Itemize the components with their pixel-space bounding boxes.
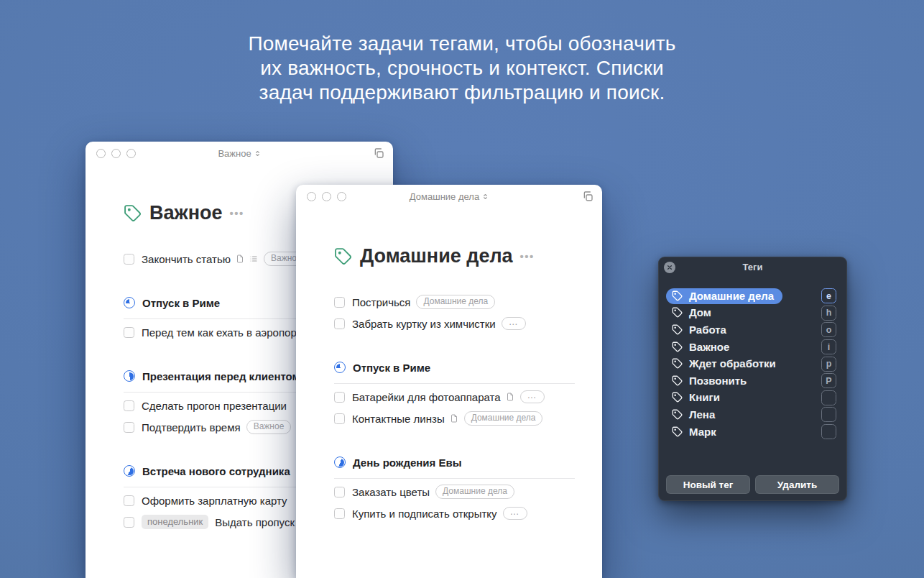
- task-row[interactable]: Купить и подписать открытку …: [334, 503, 575, 524]
- checkbox[interactable]: [124, 517, 134, 528]
- project-title: Презентация перед клиентом: [142, 370, 300, 382]
- tag-chip[interactable]: Лена: [666, 407, 724, 423]
- more-tags-pill[interactable]: …: [503, 507, 527, 520]
- tag-list-item[interactable]: Марк: [672, 423, 836, 441]
- tag-list-item[interactable]: Домашние дела e: [672, 288, 836, 305]
- traffic-light-buttons[interactable]: [96, 149, 136, 158]
- tag-chip[interactable]: Работа: [666, 322, 735, 338]
- tag-list-item[interactable]: Книги: [672, 390, 836, 407]
- tag-label: Важное: [689, 341, 729, 353]
- tag-label: Работа: [689, 324, 726, 336]
- list-menu-button[interactable]: •••: [520, 250, 535, 262]
- task-title: Контактные линзы: [352, 413, 445, 425]
- tags-panel-buttons: Новый тег Удалить: [666, 475, 839, 494]
- project-header[interactable]: Отпуск в Риме: [334, 358, 575, 384]
- titlebar[interactable]: Домашние дела: [296, 185, 602, 208]
- checkbox[interactable]: [124, 495, 134, 506]
- new-tag-button[interactable]: Новый тег: [666, 475, 750, 494]
- checkbox[interactable]: [334, 413, 345, 424]
- tag-pill[interactable]: Домашние дела: [435, 485, 514, 499]
- task-row[interactable]: Забрать куртку из химчистки …: [334, 313, 575, 334]
- tag-chip-selected[interactable]: Домашние дела: [666, 288, 782, 304]
- project-title: Отпуск в Риме: [353, 362, 430, 374]
- tag-chip[interactable]: Важное: [666, 339, 738, 355]
- close-window-button[interactable]: [307, 192, 316, 201]
- delete-tag-button[interactable]: Удалить: [755, 475, 839, 494]
- checkbox[interactable]: [334, 392, 345, 403]
- tag-shortcut-key: e: [821, 288, 836, 303]
- window-title-menu[interactable]: Домашние дела: [410, 191, 489, 202]
- tag-pill[interactable]: Важное: [246, 420, 292, 434]
- task-title: Закончить статью: [142, 253, 231, 265]
- tag-icon: [672, 426, 683, 437]
- tag-label: Домашние дела: [689, 290, 774, 302]
- list-heading: Домашние дела •••: [334, 242, 575, 270]
- tag-shortcut-key: [821, 424, 836, 439]
- tag-chip[interactable]: Ждет обработки: [666, 356, 785, 372]
- progress-pie-icon: [124, 370, 135, 382]
- checklist-icon: [249, 254, 258, 263]
- task-title: Выдать пропуск: [215, 516, 295, 528]
- tag-icon: [672, 392, 683, 403]
- copy-icon[interactable]: [373, 147, 384, 159]
- progress-pie-icon: [334, 457, 346, 468]
- tag-chip[interactable]: Позвонить: [666, 373, 755, 389]
- tag-list-item[interactable]: Дом h: [672, 305, 836, 322]
- checkbox[interactable]: [124, 422, 134, 433]
- tag-label: Лена: [689, 408, 715, 421]
- checkbox[interactable]: [334, 318, 345, 329]
- zoom-window-button[interactable]: [126, 149, 136, 158]
- minimize-window-button[interactable]: [111, 149, 121, 158]
- tag-icon: [124, 204, 142, 222]
- tag-label: Позвонить: [689, 375, 747, 387]
- progress-pie-icon: [334, 362, 346, 373]
- window-title-menu[interactable]: Важное: [218, 148, 260, 159]
- tag-pill[interactable]: Домашние дела: [416, 295, 495, 309]
- tag-shortcut-key: i: [821, 339, 836, 354]
- tag-chip[interactable]: Книги: [666, 390, 729, 405]
- checkbox[interactable]: [124, 400, 134, 411]
- tags-panel-header: Теги: [659, 257, 846, 277]
- tag-label: Ждет обработки: [689, 357, 776, 370]
- tag-list-item[interactable]: Важное i: [672, 339, 836, 356]
- checkbox[interactable]: [334, 297, 345, 308]
- close-panel-button[interactable]: [664, 262, 675, 273]
- more-tags-pill[interactable]: …: [502, 317, 526, 330]
- task-title: Сделать прогон презентации: [142, 400, 287, 412]
- minimize-window-button[interactable]: [322, 192, 331, 201]
- window-title: Домашние дела: [410, 191, 479, 202]
- hero-text: Помечайте задачи тегами, чтобы обозначит…: [0, 32, 924, 105]
- tag-pill[interactable]: Домашние дела: [464, 411, 543, 426]
- hero-line-3: задач поддерживают фильтрацию и поиск.: [0, 81, 924, 105]
- copy-icon[interactable]: [582, 191, 593, 202]
- note-icon: [506, 393, 514, 401]
- tag-list-item[interactable]: Позвонить P: [672, 372, 836, 390]
- traffic-light-buttons[interactable]: [307, 192, 346, 201]
- task-row[interactable]: Контактные линзы Домашние дела: [334, 408, 575, 429]
- tag-chip[interactable]: Марк: [666, 424, 725, 440]
- tag-shortcut-key: p: [821, 357, 836, 372]
- tag-icon: [672, 375, 683, 386]
- tags-panel-title: Теги: [743, 262, 763, 272]
- checkbox[interactable]: [124, 254, 134, 265]
- titlebar[interactable]: Важное: [86, 142, 393, 165]
- checkbox[interactable]: [334, 487, 345, 497]
- tag-shortcut-key: [821, 407, 836, 422]
- checkbox[interactable]: [124, 327, 134, 338]
- zoom-window-button[interactable]: [337, 192, 346, 201]
- task-row[interactable]: Заказать цветы Домашние дела: [334, 481, 575, 503]
- list-menu-button[interactable]: •••: [229, 207, 244, 219]
- tag-list-item[interactable]: Лена: [672, 406, 836, 423]
- project-header[interactable]: День рождения Евы: [334, 453, 575, 479]
- task-title: Постричься: [352, 296, 410, 308]
- checkbox[interactable]: [334, 508, 345, 519]
- date-pill[interactable]: понедельник: [142, 515, 208, 529]
- tag-list-item[interactable]: Работа o: [672, 321, 836, 339]
- more-tags-pill[interactable]: …: [520, 390, 545, 403]
- task-row[interactable]: Постричься Домашние дела: [334, 291, 575, 313]
- close-window-button[interactable]: [96, 149, 106, 158]
- task-row[interactable]: Батарейки для фотоаппарата …: [334, 386, 575, 408]
- tag-list-item[interactable]: Ждет обработки p: [672, 355, 836, 372]
- task-title: Забрать куртку из химчистки: [352, 318, 496, 330]
- tag-chip[interactable]: Дом: [666, 305, 720, 321]
